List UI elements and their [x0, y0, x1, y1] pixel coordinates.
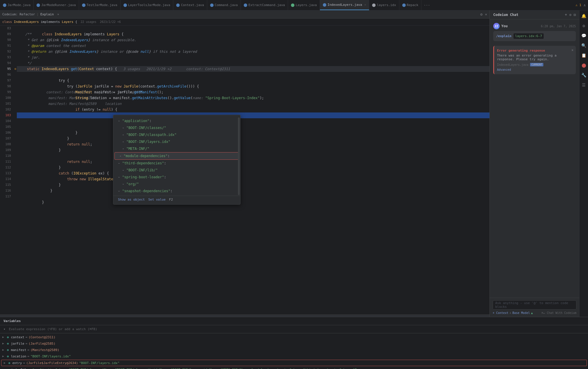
chat-input-placeholder: Ask anything - use '@' to mention code b… — [495, 301, 574, 309]
chat-title: Codeium Chat — [493, 13, 518, 17]
chat-header: Codeium Chat + ⚙ ⊟ — [490, 10, 579, 19]
tab-context[interactable]: Context.java — [173, 0, 207, 10]
popup-row: - "META-INF/" — [113, 145, 240, 152]
show-as-object-link[interactable]: Show as object — [118, 198, 145, 201]
breadcrumb-close-button[interactable]: × — [57, 12, 59, 16]
set-value-link[interactable]: Set value — [148, 198, 166, 201]
tab-layertoolsjarmode[interactable]: LayerToolsJarMode.java — [121, 0, 174, 10]
tab-label: TestJarMode.java — [87, 3, 117, 7]
model-button[interactable]: Base Model — [512, 311, 530, 315]
tab-label: layers.idx — [377, 3, 396, 7]
chat-footer-row: + Context ∧ Base Model ▲ ⌘↵ Chat With Co… — [493, 311, 576, 315]
popup-row: - "BOOT-INF/classpath.idx" — [113, 131, 240, 138]
codeium-refactor-label: Codeium: Refactor — [2, 12, 35, 16]
notification-icon[interactable]: 🔔 — [581, 13, 587, 19]
code-reference[interactable]: layers.idx:6-7 — [514, 33, 544, 39]
tab-label: JarMode.java — [8, 3, 30, 7]
code-line-100: ZipEntry entry = (location != null) ? ja… — [17, 95, 489, 101]
tab-icon — [82, 3, 85, 7]
tab-testjarmode[interactable]: TestJarMode.java — [79, 0, 121, 10]
tab-label: IndexedLayers.java — [327, 3, 362, 7]
user-message-header: ZZ You 6:20 pm, Jan 7, 2025 — [493, 23, 576, 29]
send-button[interactable]: ⌘↵ Chat With Codeium — [542, 311, 576, 315]
search-icon[interactable]: 🔍 — [581, 42, 587, 49]
popup-scrollbar[interactable] — [238, 117, 240, 195]
error-file-info: IndexedLayers.java CURRENT — [497, 63, 573, 66]
tools-icon[interactable]: 🔧 — [581, 72, 587, 78]
code-line-83: class IndexedLayers implements Layers { — [17, 26, 489, 31]
var-row-location[interactable]: ▶ ⊕ location = "BOOT-INF/layers.idx" — [0, 353, 588, 359]
variables-panel: Variables ▾ Evaluate expression (⌥F8) or… — [0, 317, 588, 369]
code-line-112: catch (IOException ex) { — [17, 165, 489, 170]
chat-settings-button[interactable]: ⚙ — [569, 13, 571, 17]
code-line-94: */ — [17, 60, 489, 66]
chat-icon[interactable]: 💬 — [581, 32, 587, 39]
popup-row: - "third-dependencies": — [113, 160, 240, 167]
tab-jarmoderunner[interactable]: JarModeRunner.java — [34, 0, 79, 10]
tab-label: Context.java — [181, 3, 204, 7]
settings-icon[interactable]: ⚙ — [480, 12, 483, 17]
expand-icon: ▶ — [2, 342, 6, 345]
var-row-jarfile[interactable]: ▶ ⊕ jarFile = (JarFile@2585) — [0, 340, 588, 347]
current-badge: CURRENT — [530, 63, 543, 66]
user-avatar: ZZ — [493, 23, 500, 29]
tab-overflow-button[interactable]: ··· — [421, 3, 432, 7]
close-editor-icon[interactable]: × — [485, 12, 487, 17]
class-header: class IndexedLayers implements Layers { — [2, 20, 77, 24]
var-row-manifest[interactable]: ▶ ⊕ manifest = (Manifest@2589) — [0, 347, 588, 353]
tab-indexedlayers[interactable]: IndexedLayers.java × — [320, 0, 369, 10]
tab-repack[interactable]: Repack — [399, 0, 422, 10]
file-icon[interactable]: 📋 — [581, 52, 587, 59]
error-text: There was an error generating a response… — [497, 54, 573, 61]
code-line-108: } — [17, 141, 489, 147]
chat-timestamp: 6:20 pm, Jan 7, 2025 — [541, 25, 576, 28]
tab-command[interactable]: Command.java — [207, 0, 241, 10]
user-message: ZZ You 6:20 pm, Jan 7, 2025 /explain lay… — [493, 23, 576, 41]
collapse-icon[interactable]: ∧ — [584, 3, 586, 7]
error-indicator-icon[interactable]: ⬤ — [581, 62, 587, 68]
code-line-114: } — [17, 176, 489, 182]
manifest-obj-icon: ⊕ — [7, 348, 9, 352]
explain-command: /explain — [496, 34, 511, 38]
right-icon-bar: 🔔 ⚙ 💬 🔍 📋 ⬤ 🔧 ☰ — [579, 10, 588, 317]
code-line-111: } — [17, 159, 489, 165]
indexfile-obj-icon: ⊕ — [7, 368, 9, 369]
tab-label: Command.java — [215, 3, 238, 7]
settings-icon[interactable]: ⚙ — [581, 23, 587, 29]
var-row-context[interactable]: ▶ ⊕ context = (Context@2311) — [0, 334, 588, 340]
tab-extractcommand[interactable]: ExtractCommand.java — [241, 0, 288, 10]
explain-label[interactable]: Explain — [40, 12, 54, 16]
code-container: 83 89 90 91 92 93 94 95 96 97 98 99 100 … — [0, 26, 489, 317]
tab-layers[interactable]: Layers.java — [288, 0, 320, 10]
code-line-115: } — [17, 182, 489, 188]
popup-row: - "BOOT-INF/lib/" — [113, 167, 240, 174]
code-line-92: * @return an {@link IndexedLayers} insta… — [17, 49, 489, 54]
horizontal-scrollbar[interactable] — [0, 315, 489, 317]
chat-input-box[interactable]: Ask anything - use '@' to mention code b… — [493, 300, 576, 310]
var-row-indexfile[interactable]: ▶ ⊕ indexFile = "application":\n - "BOOT… — [0, 366, 588, 369]
code-line-91: * @param context the context — [17, 43, 489, 49]
line-numbers: 83 89 90 91 92 93 94 95 96 97 98 99 100 … — [0, 26, 14, 317]
eval-placeholder[interactable]: Evaluate expression (⌥F8) or add a watch… — [9, 327, 97, 331]
error-close-button[interactable]: × — [571, 48, 574, 52]
new-chat-button[interactable]: + — [565, 13, 567, 17]
filter-icon[interactable]: ▾ — [3, 327, 6, 331]
advanced-link[interactable]: Advanced — [497, 68, 511, 71]
tab-layers-idx[interactable]: layers.idx — [369, 0, 399, 10]
chat-username: You — [501, 24, 508, 28]
code-line-117: } — [17, 194, 489, 199]
menu-icon[interactable]: ☰ — [581, 82, 587, 88]
tab-jarmode[interactable]: JarMode.java — [0, 0, 34, 10]
context-button[interactable]: + Context — [493, 311, 508, 315]
tab-icon — [402, 3, 406, 7]
tab-close-button[interactable]: × — [364, 3, 366, 6]
variables-title: Variables — [3, 319, 21, 323]
popup-row: - "spring-boot-loader": — [113, 174, 240, 181]
code-line-104 — [17, 118, 489, 124]
code-line-109: catch (FileNotFoundException | NoSuchFi — [17, 147, 489, 153]
chat-settings2-button[interactable]: ⊟ — [574, 13, 576, 17]
error-title: Error generating response — [497, 49, 573, 52]
tab-label: ExtractCommand.java — [248, 3, 285, 7]
var-row-entry[interactable]: ▶ ⊕ entry = (JarFile$JarFileEntry@2634) … — [1, 360, 587, 366]
code-content[interactable]: class IndexedLayers implements Layers { … — [14, 26, 489, 317]
